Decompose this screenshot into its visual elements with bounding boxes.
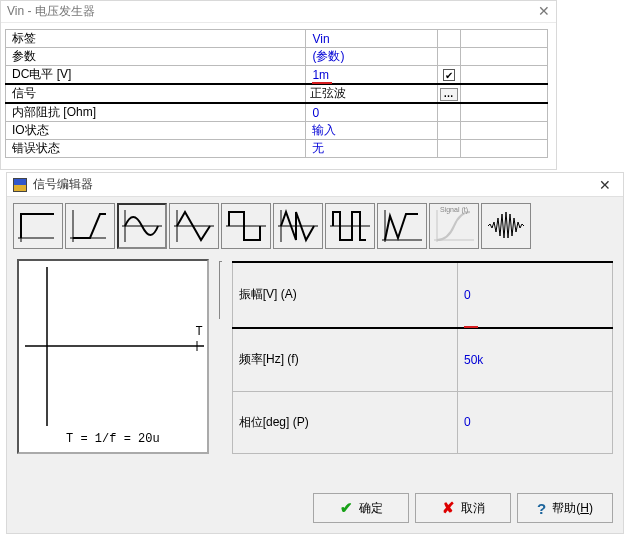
back-window-title: Vin - 电压发生器	[7, 3, 550, 20]
amplitude-value[interactable]: 0	[457, 262, 612, 328]
waveform-noise-line-button[interactable]	[377, 203, 427, 249]
amplitude-label: 振幅[V] (A)	[232, 262, 457, 328]
waveform-sine-button[interactable]	[117, 203, 167, 249]
preview-t-marker: T	[196, 325, 203, 339]
preview-plot-icon	[19, 261, 210, 436]
waveform-triangle-button[interactable]	[169, 203, 219, 249]
cell-err-value[interactable]: 无	[306, 140, 438, 158]
parameter-grid[interactable]: 标签 Vin 参数 (参数) DC电平 [V] 1m ✔ 信号 正弦波 …	[5, 29, 548, 158]
help-button-label: 帮助(H)	[552, 500, 593, 517]
voltage-generator-window: Vin - 电压发生器 ✕ 标签 Vin 参数 (参数) DC电平 [V] 1m…	[0, 0, 557, 170]
cell-io-name: IO状态	[6, 122, 306, 140]
waveform-toolbar: Signal (t)	[7, 197, 623, 249]
ok-button[interactable]: ✔ 确定	[313, 493, 409, 523]
row-io-state[interactable]: IO状态 输入	[6, 122, 548, 140]
front-window-title: 信号编辑器	[33, 176, 593, 193]
dc-step-icon	[18, 208, 58, 244]
triangle-icon	[174, 208, 214, 244]
cell-signal-name: 信号	[6, 84, 306, 103]
dialog-button-bar: ✔ 确定 ✘ 取消 ? 帮助(H)	[313, 493, 613, 523]
row-amplitude[interactable]: 振幅[V] (A) 0	[232, 262, 612, 328]
cell-label-name: 标签	[6, 30, 306, 48]
ramp-icon	[70, 208, 110, 244]
sine-icon	[122, 208, 162, 244]
frequency-value[interactable]: 50k	[457, 328, 612, 392]
row-dc-level[interactable]: DC电平 [V] 1m ✔	[6, 66, 548, 85]
waveform-dc-step-button[interactable]	[13, 203, 63, 249]
row-impedance[interactable]: 内部阻抗 [Ohm] 0	[6, 103, 548, 122]
front-titlebar: 信号编辑器 ✕	[7, 173, 623, 197]
waveform-saw-button[interactable]	[273, 203, 323, 249]
cell-dc-name: DC电平 [V]	[6, 66, 306, 85]
row-frequency[interactable]: 频率[Hz] (f) 50k	[232, 328, 612, 392]
cell-dc-value[interactable]: 1m	[306, 66, 438, 85]
cell-imp-name: 内部阻抗 [Ohm]	[6, 103, 306, 122]
back-titlebar: Vin - 电压发生器 ✕	[1, 1, 556, 23]
row-phase[interactable]: 相位[deg] (P) 0	[232, 391, 612, 453]
x-icon: ✘	[442, 499, 455, 517]
cell-label-value[interactable]: Vin	[306, 30, 438, 48]
close-icon[interactable]: ✕	[538, 3, 550, 19]
ellipsis-icon: …	[440, 88, 458, 101]
row-signal[interactable]: 信号 正弦波 …	[6, 84, 548, 103]
cell-signal-value[interactable]: 正弦波	[306, 84, 438, 103]
pulse-icon	[330, 208, 370, 244]
cell-err-name: 错误状态	[6, 140, 306, 158]
waveform-noise-burst-button[interactable]	[481, 203, 531, 249]
signal-param-grid[interactable]: 振幅[V] (A) 0 频率[Hz] (f) 50k 相位[deg] (P) 0	[232, 261, 613, 454]
app-icon	[13, 178, 27, 192]
question-icon: ?	[537, 500, 546, 517]
preview-period-label: T = 1/f = 20u	[19, 432, 207, 446]
saw-icon	[278, 208, 318, 244]
waveform-pulse-button[interactable]	[325, 203, 375, 249]
noise-burst-icon	[486, 208, 526, 244]
help-button[interactable]: ? 帮助(H)	[517, 493, 613, 523]
close-icon[interactable]: ✕	[593, 177, 617, 193]
cell-imp-value[interactable]: 0	[306, 103, 438, 122]
row-err-state[interactable]: 错误状态 无	[6, 140, 548, 158]
signal-t-icon	[434, 208, 474, 244]
row-params[interactable]: 参数 (参数)	[6, 48, 548, 66]
waveform-signal-t-button[interactable]: Signal (t)	[429, 203, 479, 249]
frequency-label: 频率[Hz] (f)	[232, 328, 457, 392]
cancel-button[interactable]: ✘ 取消	[415, 493, 511, 523]
noise-line-icon	[382, 208, 422, 244]
row-label[interactable]: 标签 Vin	[6, 30, 548, 48]
waveform-ramp-button[interactable]	[65, 203, 115, 249]
signal-editor-dialog: 信号编辑器 ✕	[6, 172, 624, 534]
signal-browse-button[interactable]: …	[438, 84, 460, 103]
square-icon	[226, 208, 266, 244]
phase-value[interactable]: 0	[457, 391, 612, 453]
dc-checkbox-cell[interactable]: ✔	[438, 66, 460, 85]
checkbox-icon[interactable]: ✔	[443, 69, 455, 81]
cell-io-value[interactable]: 输入	[306, 122, 438, 140]
cell-params-name: 参数	[6, 48, 306, 66]
phase-label: 相位[deg] (P)	[232, 391, 457, 453]
waveform-square-button[interactable]	[221, 203, 271, 249]
cell-params-value[interactable]: (参数)	[306, 48, 438, 66]
cancel-button-label: 取消	[461, 500, 485, 517]
ok-button-label: 确定	[359, 500, 383, 517]
waveform-preview: T T = 1/f = 20u	[17, 259, 209, 454]
check-icon: ✔	[340, 499, 353, 517]
